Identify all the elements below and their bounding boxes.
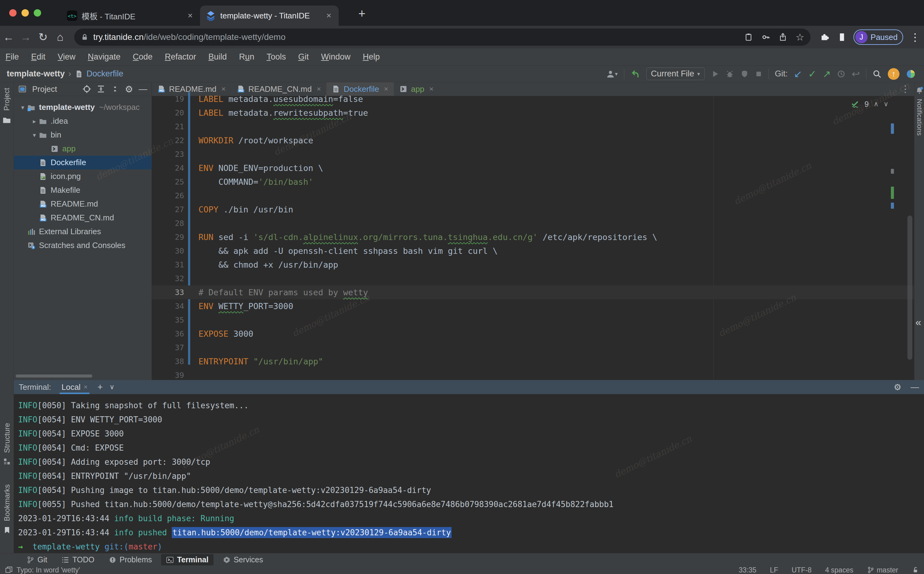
tool-window-button-terminal[interactable]: Terminal — [161, 554, 213, 565]
close-window-button[interactable] — [9, 9, 17, 17]
back-button[interactable]: ← — [0, 31, 17, 44]
rollback-arrow-icon[interactable] — [630, 69, 640, 79]
clipboard-icon[interactable] — [744, 33, 753, 42]
browser-menu-icon[interactable]: ⋮ — [910, 31, 920, 43]
code-line[interactable]: 29RUN sed -i 's/dl-cdn.alpinelinux.org/m… — [152, 230, 914, 244]
hide-terminal-icon[interactable]: — — [910, 382, 919, 392]
ide-sphere-icon[interactable] — [905, 69, 916, 79]
horizontal-scrollbar[interactable] — [16, 374, 92, 378]
next-problem-icon[interactable]: ∨ — [883, 100, 888, 108]
tool-window-button-todo[interactable]: TODO — [57, 554, 99, 565]
bookmark-star-icon[interactable]: ☆ — [795, 31, 805, 43]
minimize-window-button[interactable] — [22, 9, 29, 17]
update-available-icon[interactable]: ↑ — [888, 68, 899, 80]
code-line[interactable]: 32 — [152, 272, 914, 285]
browser-tab[interactable]: <t>模板 - TitanIDE× — [61, 6, 200, 26]
git-update-icon[interactable]: ↙ — [794, 68, 802, 80]
tree-item-template-wetty[interactable]: ▾template-wetty~/workspac — [14, 100, 152, 114]
side-panel-icon[interactable] — [837, 32, 847, 42]
menu-run[interactable]: Run — [239, 52, 254, 62]
code-line[interactable]: 21 — [152, 120, 914, 134]
url-bar[interactable]: try.titanide.cn/ide/web/coding/template-… — [74, 28, 811, 46]
hidden-panel-handle-icon[interactable]: « — [915, 316, 921, 328]
breadcrumb[interactable]: template-wetty › Dockerfile — [0, 69, 123, 79]
code-line[interactable]: 23 — [152, 147, 914, 161]
tree-item-app[interactable]: app — [14, 142, 152, 156]
zoom-window-button[interactable] — [34, 9, 41, 17]
menu-help[interactable]: Help — [363, 52, 380, 62]
code-line[interactable]: 37 — [152, 341, 914, 355]
code-line[interactable]: 25 COMMAND='/bin/bash' — [152, 175, 914, 189]
git-commit-icon[interactable]: ✓ — [808, 68, 817, 80]
new-tab-button[interactable]: + — [358, 7, 365, 20]
editor-scrollbar[interactable] — [907, 216, 912, 360]
tree-item-external-libraries[interactable]: External Libraries — [14, 225, 152, 238]
locate-file-icon[interactable] — [83, 85, 91, 93]
menu-view[interactable]: View — [58, 52, 75, 62]
menu-refactor[interactable]: Refactor — [165, 52, 196, 62]
code-line[interactable]: 38ENTRYPOINT "/usr/bin/app" — [152, 355, 914, 368]
indent-setting[interactable]: 4 spaces — [825, 566, 853, 574]
line-ending[interactable]: LF — [770, 566, 778, 574]
terminal-dropdown-icon[interactable]: ∨ — [110, 383, 115, 391]
error-stripe-mark[interactable] — [891, 187, 894, 199]
new-terminal-session-icon[interactable]: + — [97, 382, 103, 392]
notifications-label[interactable]: Notifications — [915, 99, 923, 136]
run-configuration-select[interactable]: Current File▾ — [646, 68, 705, 80]
window-controls[interactable] — [9, 9, 41, 17]
coverage-icon[interactable] — [740, 70, 749, 78]
breadcrumb-file[interactable]: Dockerfile — [86, 69, 123, 79]
tree-item-dockerfile[interactable]: Dockerfile — [14, 156, 152, 169]
panel-settings-gear-icon[interactable]: ⚙ — [125, 84, 133, 95]
tool-window-button-services[interactable]: Services — [218, 554, 268, 565]
code-line[interactable]: 36EXPOSE 3000 — [152, 327, 914, 341]
menu-build[interactable]: Build — [208, 52, 227, 62]
tree-item-makefile[interactable]: Makefile — [14, 183, 152, 197]
tool-window-button-git[interactable]: Git — [22, 554, 52, 565]
code-line[interactable]: 28 — [152, 216, 914, 230]
tool-window-button-problems[interactable]: Problems — [104, 554, 157, 565]
breadcrumb-project[interactable]: template-wetty — [7, 69, 65, 79]
home-button[interactable]: ⌂ — [52, 31, 69, 44]
hide-panel-icon[interactable]: — — [139, 84, 147, 94]
code-line[interactable]: 31 && chmod +x /usr/bin/app — [152, 258, 914, 272]
bookmarks-tool-button[interactable]: Bookmarks — [0, 484, 14, 534]
prev-problem-icon[interactable]: ∧ — [874, 100, 878, 108]
menu-edit[interactable]: Edit — [31, 52, 46, 62]
stop-button[interactable] — [755, 70, 762, 78]
profile-chip[interactable]: J Paused — [853, 30, 903, 45]
forward-button[interactable]: → — [17, 31, 35, 44]
expand-all-icon[interactable] — [97, 85, 105, 93]
chevron-down-icon[interactable]: ▾ — [18, 104, 27, 111]
terminal-output[interactable]: INFO[0050] Taking snapshot of full files… — [14, 394, 924, 554]
code-line[interactable]: 30 && apk add -U openssh-client sshpass … — [152, 244, 914, 258]
code-line[interactable]: 35 — [152, 313, 914, 327]
error-stripe-mark[interactable] — [891, 123, 894, 134]
menu-navigate[interactable]: Navigate — [88, 52, 121, 62]
close-terminal-tab-icon[interactable]: × — [84, 383, 88, 391]
undo-icon[interactable]: ↩ — [852, 68, 860, 80]
collapse-all-icon[interactable] — [111, 85, 119, 93]
editor-body[interactable]: 19LABEL metadata.usesubdomain=false20LAB… — [152, 96, 914, 380]
git-push-icon[interactable]: ↗ — [822, 68, 831, 80]
chevron-right-icon[interactable]: ▸ — [30, 118, 39, 125]
code-line[interactable]: 34ENV WETTY_PORT=3000 — [152, 299, 914, 313]
chevron-down-icon[interactable]: ▾ — [30, 131, 39, 139]
caret-position[interactable]: 33:35 — [739, 566, 756, 574]
close-tab-icon[interactable]: × — [186, 11, 195, 20]
user-icon[interactable]: ▾ — [606, 69, 618, 79]
debug-bug-icon[interactable] — [726, 70, 734, 78]
share-icon[interactable] — [778, 33, 787, 42]
menu-window[interactable]: Window — [321, 52, 350, 62]
run-button[interactable] — [711, 70, 720, 78]
history-clock-icon[interactable] — [837, 70, 845, 78]
menu-file[interactable]: File — [6, 52, 19, 62]
unlock-icon[interactable] — [912, 566, 919, 574]
code-line[interactable]: 22WORKDIR /root/workspace — [152, 134, 914, 147]
status-windows-icon[interactable] — [5, 566, 13, 574]
code-line[interactable]: 39 — [152, 368, 914, 380]
search-everywhere-icon[interactable] — [872, 69, 882, 79]
error-stripe-mark[interactable] — [891, 203, 894, 209]
terminal-settings-gear-icon[interactable]: ⚙ — [894, 382, 901, 392]
tree-item-bin[interactable]: ▾bin — [14, 128, 152, 142]
